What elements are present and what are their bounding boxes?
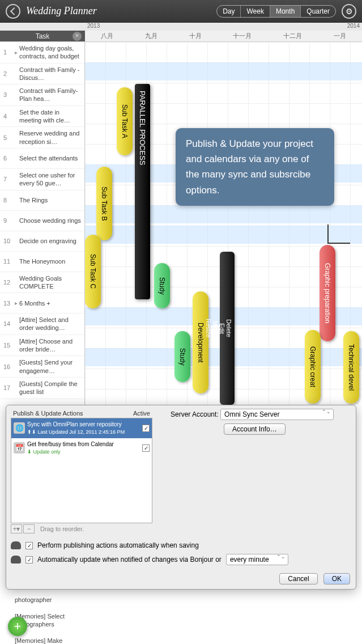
frequency-select[interactable]: every minute: [226, 554, 288, 565]
menu-delete[interactable]: Delete: [225, 319, 232, 337]
action-row-sync[interactable]: 🌐 Sync with OmniPlan server repository ⬆…: [11, 418, 152, 438]
task-row[interactable]: 3Contract with Family-Plan hea…: [0, 84, 84, 106]
subtask-a-bar[interactable]: Sub Task A: [117, 87, 133, 155]
task-row[interactable]: 7Select one usher for every 50 gue…: [0, 169, 84, 190]
task-row[interactable]: 13▸6 Months +: [0, 293, 84, 313]
ok-button[interactable]: OK: [323, 573, 350, 584]
update-icon: [11, 556, 21, 564]
menu-resize[interactable]: Resize: [205, 319, 212, 338]
menu-move[interactable]: Move: [212, 321, 219, 336]
task-row[interactable]: 17[Guests] Compile the guest list: [0, 378, 84, 399]
task-header: Task ×: [0, 31, 85, 41]
cancel-button[interactable]: Cancel: [279, 573, 317, 584]
account-info-button[interactable]: Account Info…: [224, 423, 286, 435]
task-row[interactable]: 14[Attire] Select and order wedding…: [0, 313, 84, 335]
row-band: [85, 62, 362, 80]
task-row[interactable]: 1▸Wedding day goals, contracts, and budg…: [0, 42, 84, 63]
server-select[interactable]: Omni Sync Server: [220, 409, 334, 420]
subtask-c-bar[interactable]: Sub Task C: [85, 235, 101, 308]
task-row[interactable]: 15[Attire] Choose and order bride…: [0, 335, 84, 357]
study-bar-2[interactable]: Study: [174, 331, 190, 382]
auto-publish-label: Perform publishing actions automatically…: [37, 541, 199, 549]
row-band: [85, 205, 362, 223]
auto-update-label: Automatically update when notified of ch…: [37, 556, 222, 564]
drag-hint: Drag to reorder.: [40, 526, 84, 532]
publish-dialog: Publish & Update Actions Active 🌐 Sync w…: [6, 405, 356, 590]
study-bar-1[interactable]: Study: [154, 263, 170, 308]
action-active-checkbox[interactable]: ✓: [142, 444, 150, 452]
remove-action-button[interactable]: −: [23, 524, 35, 533]
task-row[interactable]: 16[Guests] Send your engageme…: [0, 356, 84, 378]
view-day[interactable]: Day: [217, 6, 241, 17]
menu-edit[interactable]: Edit: [219, 323, 225, 334]
parallel-process-bar[interactable]: PARALLEL PROCESS: [135, 84, 150, 299]
action-active-checkbox[interactable]: ✓: [142, 425, 150, 432]
add-action-button[interactable]: +▾: [11, 524, 22, 533]
task-row[interactable]: 10Decide on engraving: [0, 231, 84, 252]
context-menu[interactable]: Delete Edit Move Resize: [220, 252, 235, 405]
task-row[interactable]: 8The Rings: [0, 190, 84, 211]
view-week[interactable]: Week: [241, 6, 270, 17]
settings-button[interactable]: ⚙: [342, 4, 356, 19]
graphic-prep-bar[interactable]: Graphic preparation: [320, 245, 335, 341]
year-right: 2014: [347, 23, 360, 31]
gear-icon: ⚙: [346, 7, 353, 16]
gantt-chart[interactable]: PARALLEL PROCESS Sub Task A Sub Task B S…: [85, 42, 362, 405]
auto-publish-checkbox[interactable]: ✓: [25, 542, 33, 549]
server-label: Server Account:: [171, 410, 219, 418]
disclosure-icon: ▸: [15, 49, 19, 56]
graphic-create-bar[interactable]: Graphic creat: [305, 330, 321, 404]
back-button[interactable]: [6, 4, 20, 19]
month-scale: 八月 九月 十月 十一月 十二月 一月: [85, 31, 362, 41]
add-button[interactable]: +: [8, 617, 27, 636]
dialog-list-header: Publish & Update Actions Active: [11, 409, 152, 418]
dependency-arrow: [327, 224, 350, 244]
help-callout-1: Publish & Update your project and calend…: [176, 128, 334, 206]
action-row-calendar[interactable]: 📅 Get free/busy times from Calendar ⬇ Up…: [11, 438, 152, 458]
subtask-b-bar[interactable]: Sub Task B: [96, 167, 112, 240]
actions-list[interactable]: 🌐 Sync with OmniPlan server repository ⬆…: [11, 418, 152, 523]
view-segmented[interactable]: Day Week Month Quarter: [216, 5, 336, 18]
task-row[interactable]: 11The Honeymoon: [0, 252, 84, 272]
task-row[interactable]: 9Choose wedding rings: [0, 211, 84, 231]
auto-update-checkbox[interactable]: ✓: [25, 556, 33, 564]
task-row[interactable]: 2Contract with Family - Discus…: [0, 63, 84, 85]
close-tasklist-button[interactable]: ×: [73, 32, 82, 41]
year-left: 2013: [87, 23, 100, 31]
task-row[interactable]: 6Select the attendants: [0, 149, 84, 169]
tech-devel-bar[interactable]: Technical devel: [343, 331, 359, 404]
view-quarter[interactable]: Quarter: [301, 6, 335, 17]
publish-icon: [11, 541, 21, 549]
task-list-continued: photographer [Memories] Select videograp…: [0, 590, 85, 644]
row-band: [85, 226, 362, 244]
task-list[interactable]: 1▸Wedding day goals, contracts, and budg…: [0, 42, 85, 405]
view-month[interactable]: Month: [270, 6, 301, 17]
task-row[interactable]: 5Reserve wedding and reception si…: [0, 127, 84, 149]
task-row[interactable]: 12Wedding Goals COMPLETE: [0, 272, 84, 294]
app-title: Wedding Planner: [26, 5, 216, 17]
disclosure-icon: ▸: [15, 300, 19, 306]
task-row[interactable]: 4Set the date in meeting with cle…: [0, 106, 84, 128]
globe-icon: 🌐: [14, 422, 25, 434]
development-bar[interactable]: Development: [193, 291, 208, 393]
calendar-icon: 📅: [14, 442, 25, 454]
